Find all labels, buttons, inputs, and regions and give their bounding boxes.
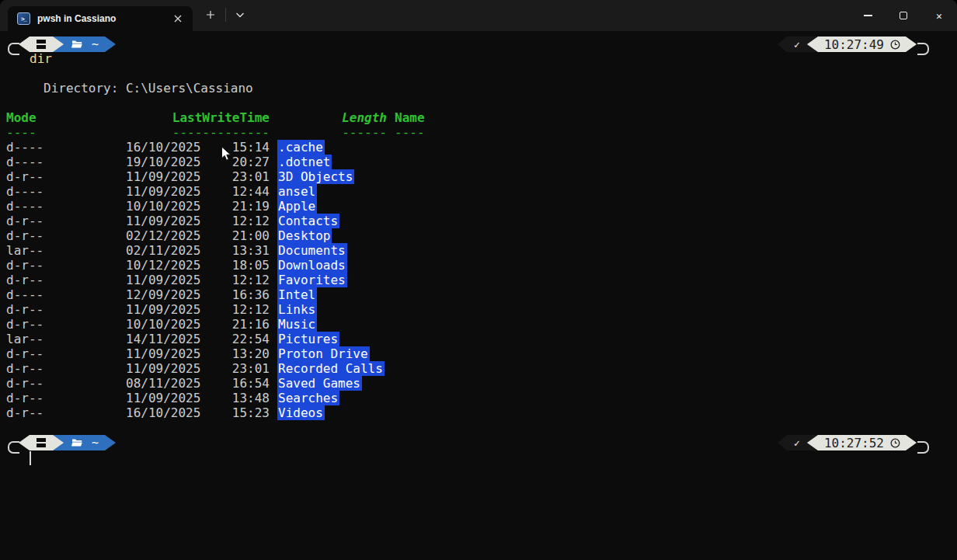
cell-time: 20:27 bbox=[200, 155, 270, 169]
dir-name-highlight: Downloads bbox=[277, 258, 347, 273]
cell-date: 16/10/2025 bbox=[126, 405, 200, 420]
prompt-right-segments: ✓ 10:27:52 bbox=[778, 435, 917, 450]
blank-line bbox=[6, 96, 957, 110]
cell-time: 21:16 bbox=[200, 317, 270, 332]
cell-name: Searches bbox=[277, 391, 339, 405]
cell-date: 02/11/2025 bbox=[126, 243, 200, 258]
maximize-button[interactable] bbox=[886, 0, 921, 31]
dir-name-highlight: Links bbox=[277, 302, 317, 317]
header-name: Name bbox=[395, 110, 425, 125]
dir-name-highlight: Desktop bbox=[277, 228, 332, 243]
table-row: d-r-- 11/09/2025 13:48 Searches bbox=[6, 391, 957, 405]
tab-pwsh[interactable]: >_ pwsh in Cassiano bbox=[8, 6, 193, 31]
tab-title: pwsh in Cassiano bbox=[37, 13, 168, 24]
dir-name-highlight: Searches bbox=[277, 391, 339, 405]
table-row: d---- 19/10/2025 20:27 .dotnet bbox=[6, 155, 957, 169]
cell-mode: d-r-- bbox=[6, 405, 126, 420]
dir-name-highlight: Apple bbox=[277, 199, 317, 214]
window-controls: ✕ bbox=[850, 0, 957, 31]
cell-mode: d-r-- bbox=[6, 361, 126, 376]
header-lastwritetime: LastWriteTime bbox=[126, 110, 270, 125]
cell-date: 10/10/2025 bbox=[126, 317, 200, 332]
table-row: d-r-- 08/11/2025 16:54 Saved Games bbox=[6, 376, 957, 391]
table-row: d-r-- 10/10/2025 21:16 Music bbox=[6, 317, 957, 332]
prompt-bracket-left bbox=[8, 43, 19, 55]
dir-name-highlight: Documents bbox=[277, 243, 347, 258]
terminal-content[interactable]: ~ ✓ 10:27:49 dir Directory: C:\Users\Cas… bbox=[0, 31, 957, 560]
tab-dropdown-button[interactable] bbox=[229, 5, 251, 25]
cell-date: 11/09/2025 bbox=[126, 346, 200, 361]
cell-mode: d-r-- bbox=[6, 317, 126, 332]
windows-logo-icon bbox=[37, 438, 46, 447]
prompt-segments: ~ bbox=[19, 435, 116, 450]
close-icon: ✕ bbox=[936, 10, 942, 22]
cell-time: 23:01 bbox=[200, 169, 270, 184]
table-row: d-r-- 02/12/2025 21:00 Desktop bbox=[6, 228, 957, 243]
table-row: d-r-- 16/10/2025 15:23 Videos bbox=[6, 405, 957, 420]
close-button[interactable]: ✕ bbox=[921, 0, 957, 31]
cell-name: Pictures bbox=[277, 332, 339, 346]
powershell-icon: >_ bbox=[17, 12, 30, 25]
cell-time: 15:23 bbox=[200, 405, 270, 420]
table-row: d-r-- 11/09/2025 23:01 Recorded Calls bbox=[6, 361, 957, 376]
cell-date: 11/09/2025 bbox=[126, 391, 200, 405]
plus-icon bbox=[206, 10, 215, 19]
cell-date: 11/09/2025 bbox=[126, 273, 200, 287]
directory-path-line: Directory: C:\Users\Cassiano bbox=[6, 81, 957, 96]
cell-date: 12/09/2025 bbox=[126, 287, 200, 302]
cell-date: 10/12/2025 bbox=[126, 258, 200, 273]
clock-icon bbox=[890, 438, 900, 448]
table-row: d---- 11/09/2025 12:44 ansel bbox=[6, 184, 957, 199]
mouse-cursor bbox=[221, 146, 231, 162]
folder-icon bbox=[71, 40, 83, 49]
cell-mode: d-r-- bbox=[6, 376, 126, 391]
cell-mode: d-r-- bbox=[6, 169, 126, 184]
dir-name-highlight: Contacts bbox=[277, 214, 339, 228]
close-tab-icon[interactable] bbox=[168, 10, 188, 27]
chevron-down-icon bbox=[235, 12, 245, 18]
table-header-row: Mode LastWriteTime Length Name bbox=[6, 110, 957, 125]
cell-date: 02/12/2025 bbox=[126, 228, 200, 243]
table-row: d---- 12/09/2025 16:36 Intel bbox=[6, 287, 957, 302]
table-row: d-r-- 11/09/2025 13:20 Proton Drive bbox=[6, 346, 957, 361]
dir-rows: d---- 16/10/2025 15:14 .cache d---- 19/1… bbox=[6, 140, 957, 420]
dir-name-highlight: 3D Objects bbox=[277, 169, 354, 184]
cell-name: Music bbox=[277, 317, 317, 332]
dir-output: Directory: C:\Users\Cassiano Mode LastWr… bbox=[6, 81, 957, 420]
cell-name: Downloads bbox=[277, 258, 347, 273]
cell-mode: d---- bbox=[6, 199, 126, 214]
new-tab-button[interactable] bbox=[199, 5, 222, 25]
cell-date: 11/09/2025 bbox=[126, 184, 200, 199]
prompt-bracket-right bbox=[917, 43, 929, 55]
cell-mode: d---- bbox=[6, 155, 126, 169]
cell-date: 08/11/2025 bbox=[126, 376, 200, 391]
dir-name-highlight: Recorded Calls bbox=[277, 361, 385, 376]
table-row: d-r-- 11/09/2025 12:12 Contacts bbox=[6, 214, 957, 228]
time-segment: 10:27:49 bbox=[807, 37, 917, 52]
minimize-button[interactable] bbox=[850, 0, 886, 31]
dir-name-highlight: Music bbox=[277, 317, 317, 332]
check-icon: ✓ bbox=[794, 37, 800, 52]
cell-time: 21:00 bbox=[200, 228, 270, 243]
path-label: ~ bbox=[92, 39, 99, 50]
prompt-right-segments: ✓ 10:27:49 bbox=[778, 37, 917, 52]
cell-time: 22:54 bbox=[200, 332, 270, 346]
dir-name-highlight: Intel bbox=[277, 287, 317, 302]
cell-mode: d-r-- bbox=[6, 273, 126, 287]
time-label: 10:27:49 bbox=[824, 37, 884, 52]
cell-time: 18:05 bbox=[200, 258, 270, 273]
cell-mode: d-r-- bbox=[6, 228, 126, 243]
dir-name-highlight: Saved Games bbox=[277, 376, 362, 391]
cell-time: 13:31 bbox=[200, 243, 270, 258]
cell-name: Proton Drive bbox=[277, 346, 370, 361]
dir-name-highlight: ansel bbox=[277, 184, 317, 199]
cell-name: Documents bbox=[277, 243, 347, 258]
cell-mode: d-r-- bbox=[6, 302, 126, 317]
cell-name: 3D Objects bbox=[277, 169, 354, 184]
cell-name: Links bbox=[277, 302, 317, 317]
cell-name: Apple bbox=[277, 199, 317, 214]
cell-mode: d-r-- bbox=[6, 258, 126, 273]
prompt-bracket-right bbox=[917, 441, 929, 454]
time-label: 10:27:52 bbox=[824, 436, 884, 450]
cell-date: 11/09/2025 bbox=[126, 214, 200, 228]
